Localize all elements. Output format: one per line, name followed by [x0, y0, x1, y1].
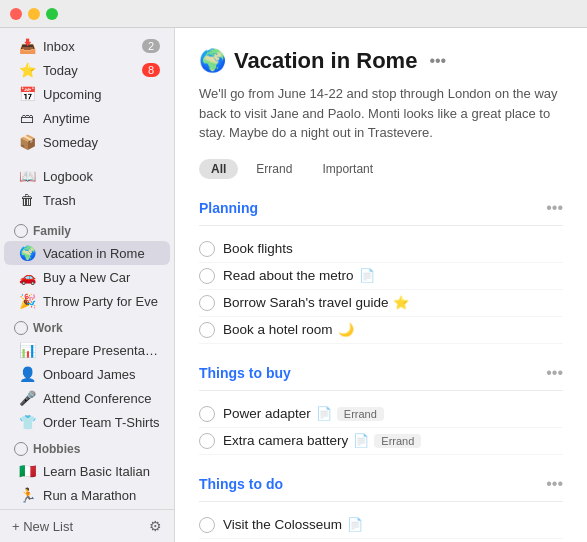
- label-trash: Trash: [43, 193, 160, 208]
- task-tag-camera-battery: Errand: [374, 434, 421, 448]
- task-book-hotel: Book a hotel room 🌙: [199, 317, 563, 344]
- filter-all[interactable]: All: [199, 159, 238, 179]
- task-icon-book-hotel: 🌙: [338, 322, 354, 337]
- section-header-things-to-do: Things to do •••: [199, 475, 563, 493]
- close-button[interactable]: [10, 8, 22, 20]
- badge-today: 8: [142, 63, 160, 77]
- task-tag-power-adapter: Errand: [337, 407, 384, 421]
- icon-trash: 🗑: [18, 191, 36, 209]
- maximize-button[interactable]: [46, 8, 58, 20]
- label-upcoming: Upcoming: [43, 87, 160, 102]
- icon-inbox: 📥: [18, 37, 36, 55]
- app-container: 📥 Inbox 2 ⭐ Today 8 📅 Upcoming 🗃 Anytime…: [0, 28, 587, 542]
- sidebar-item-basic-italian[interactable]: 🇮🇹 Learn Basic Italian: [4, 459, 170, 483]
- group-label-hobbies: Hobbies: [33, 442, 80, 456]
- task-label-read-metro: Read about the metro 📄: [223, 268, 563, 283]
- task-book-flights: Book flights: [199, 236, 563, 263]
- titlebar: [0, 0, 587, 28]
- section-more-things-to-do[interactable]: •••: [546, 475, 563, 493]
- checkbox-borrow-guide[interactable]: [199, 295, 215, 311]
- main-content: 🌍 Vacation in Rome ••• We'll go from Jun…: [175, 28, 587, 542]
- minimize-button[interactable]: [28, 8, 40, 20]
- sidebar-item-throw-party[interactable]: 🎉 Throw Party for Eve: [4, 289, 170, 313]
- sidebar-item-vacation-rome[interactable]: 🌍 Vacation in Rome: [4, 241, 170, 265]
- settings-icon[interactable]: ⚙: [149, 518, 162, 534]
- sidebar-item-trash[interactable]: 🗑 Trash: [4, 188, 170, 212]
- new-list-button[interactable]: + New List: [12, 519, 73, 534]
- section-planning: Planning ••• Book flights Read about the…: [199, 199, 563, 344]
- sidebar-item-anytime[interactable]: 🗃 Anytime: [4, 106, 170, 130]
- section-more-planning[interactable]: •••: [546, 199, 563, 217]
- task-icon-borrow-guide: ⭐: [393, 295, 409, 310]
- checkbox-book-flights[interactable]: [199, 241, 215, 257]
- task-read-metro: Read about the metro 📄: [199, 263, 563, 290]
- sidebar-item-today[interactable]: ⭐ Today 8: [4, 58, 170, 82]
- section-title-things-to-do: Things to do: [199, 476, 283, 492]
- task-icon-power-adapter: 📄: [316, 406, 332, 421]
- icon-anytime: 🗃: [18, 109, 36, 127]
- label-attend-conference: Attend Conference: [43, 391, 160, 406]
- section-title-planning: Planning: [199, 200, 258, 216]
- task-icon-colosseum: 📄: [347, 517, 363, 532]
- task-camera-battery: Extra camera battery 📄 Errand: [199, 428, 563, 455]
- checkbox-read-metro[interactable]: [199, 268, 215, 284]
- sidebar-item-logbook[interactable]: 📖 Logbook: [4, 164, 170, 188]
- label-basic-italian: Learn Basic Italian: [43, 464, 160, 479]
- checkbox-power-adapter[interactable]: [199, 406, 215, 422]
- sidebar-item-run-marathon[interactable]: 🏃 Run a Marathon: [4, 483, 170, 507]
- label-logbook: Logbook: [43, 169, 160, 184]
- label-vacation-rome: Vacation in Rome: [43, 246, 160, 261]
- label-buy-car: Buy a New Car: [43, 270, 160, 285]
- section-more-things-to-buy[interactable]: •••: [546, 364, 563, 382]
- label-order-tshirts: Order Team T-Shirts: [43, 415, 160, 430]
- sidebar-item-someday[interactable]: 📦 Someday: [4, 130, 170, 154]
- task-label-book-hotel: Book a hotel room 🌙: [223, 322, 563, 337]
- project-description: We'll go from June 14-22 and stop throug…: [199, 84, 563, 143]
- filter-errand[interactable]: Errand: [244, 159, 304, 179]
- icon-upcoming: 📅: [18, 85, 36, 103]
- sidebar-item-prepare-presentation[interactable]: 📊 Prepare Presentation: [4, 338, 170, 362]
- section-things-to-do: Things to do ••• Visit the Colosseum 📄 T…: [199, 475, 563, 543]
- group-header-family: Family: [0, 216, 174, 241]
- checkbox-camera-battery[interactable]: [199, 433, 215, 449]
- task-icon-read-metro: 📄: [359, 268, 375, 283]
- section-things-to-buy: Things to buy ••• Power adapter 📄 Errand…: [199, 364, 563, 455]
- divider-things-to-buy: [199, 390, 563, 391]
- checkbox-colosseum[interactable]: [199, 517, 215, 533]
- filter-bar: AllErrandImportant: [199, 159, 563, 179]
- icon-vacation-rome: 🌍: [18, 244, 36, 262]
- group-icon-hobbies: [14, 442, 28, 456]
- sidebar-item-order-tshirts[interactable]: 👕 Order Team T-Shirts: [4, 410, 170, 434]
- group-header-hobbies: Hobbies: [0, 434, 174, 459]
- group-icon-family: [14, 224, 28, 238]
- icon-someday: 📦: [18, 133, 36, 151]
- label-prepare-presentation: Prepare Presentation: [43, 343, 160, 358]
- sidebar-item-onboard-james[interactable]: 👤 Onboard James: [4, 362, 170, 386]
- checkbox-book-hotel[interactable]: [199, 322, 215, 338]
- label-throw-party: Throw Party for Eve: [43, 294, 160, 309]
- icon-prepare-presentation: 📊: [18, 341, 36, 359]
- label-onboard-james: Onboard James: [43, 367, 160, 382]
- icon-onboard-james: 👤: [18, 365, 36, 383]
- task-icon-camera-battery: 📄: [353, 433, 369, 448]
- icon-today: ⭐: [18, 61, 36, 79]
- project-icon: 🌍: [199, 48, 226, 74]
- icon-buy-car: 🚗: [18, 268, 36, 286]
- smart-lists-section: 📥 Inbox 2 ⭐ Today 8 📅 Upcoming 🗃 Anytime…: [0, 28, 174, 158]
- project-more-button[interactable]: •••: [425, 50, 450, 72]
- task-label-camera-battery: Extra camera battery 📄 Errand: [223, 433, 563, 448]
- sidebar-item-inbox[interactable]: 📥 Inbox 2: [4, 34, 170, 58]
- task-label-power-adapter: Power adapter 📄 Errand: [223, 406, 563, 421]
- task-label-colosseum: Visit the Colosseum 📄: [223, 517, 563, 532]
- task-label-book-flights: Book flights: [223, 241, 563, 256]
- sidebar-item-upcoming[interactable]: 📅 Upcoming: [4, 82, 170, 106]
- sidebar: 📥 Inbox 2 ⭐ Today 8 📅 Upcoming 🗃 Anytime…: [0, 28, 175, 542]
- group-label-family: Family: [33, 224, 71, 238]
- groups-container: Family 🌍 Vacation in Rome 🚗 Buy a New Ca…: [0, 216, 174, 507]
- sidebar-item-buy-car[interactable]: 🚗 Buy a New Car: [4, 265, 170, 289]
- icon-logbook: 📖: [18, 167, 36, 185]
- sidebar-item-attend-conference[interactable]: 🎤 Attend Conference: [4, 386, 170, 410]
- filter-important[interactable]: Important: [310, 159, 385, 179]
- label-inbox: Inbox: [43, 39, 142, 54]
- label-run-marathon: Run a Marathon: [43, 488, 160, 503]
